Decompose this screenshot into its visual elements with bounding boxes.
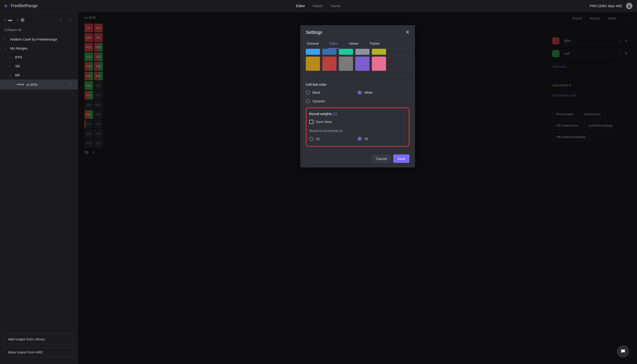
chevron-right-icon: › — [9, 64, 13, 68]
radio-white[interactable]: White — [358, 90, 409, 94]
nav-editor[interactable]: Editor — [296, 4, 305, 8]
nav-viewer[interactable]: Viewer — [312, 4, 323, 8]
new-folder-button[interactable]: +▬ — [4, 16, 13, 23]
color-swatch[interactable] — [355, 49, 369, 55]
radio-dynamic[interactable]: Dynamic — [306, 99, 358, 103]
color-swatch[interactable] — [372, 49, 386, 55]
color-swatch[interactable] — [372, 56, 386, 71]
folder-icon: ▬ — [7, 16, 13, 23]
range-icon — [17, 84, 24, 85]
round-weights-help-link[interactable]: (?) — [333, 112, 337, 116]
increments-label: Round in increments of: — [309, 129, 406, 133]
more-dots-icon[interactable]: ⋮ — [67, 82, 74, 87]
topbar-right: PRO (3381 days left) — [590, 3, 632, 9]
swatch-row-bottom — [306, 55, 409, 71]
color-swatch[interactable] — [306, 49, 320, 55]
color-swatch[interactable] — [339, 56, 353, 71]
chevron-right-icon: › — [4, 38, 8, 41]
round-weights-title: Round weights (?) — [309, 112, 406, 116]
new-range-button[interactable]: +▦ — [17, 16, 26, 23]
checkbox-icon — [309, 120, 313, 124]
tab-editor[interactable]: Editor — [328, 40, 339, 48]
settings-modal: Settings ✕ General Editor Viewer Trainer… — [300, 25, 415, 168]
tab-trainer[interactable]: Trainer — [368, 40, 381, 48]
modal-tabs: General Editor Viewer Trainer — [300, 40, 415, 49]
tab-viewer[interactable]: Viewer — [347, 40, 360, 48]
add-from-library-button[interactable]: Add ranges from Library — [4, 334, 74, 344]
tree-leaf-active[interactable]: vs BTN ⋮ — [0, 80, 78, 90]
collapse-all-link[interactable]: Collapse all — [0, 27, 78, 35]
main: vs BTN Export Import Share ⋮ AAAKsAKoKKA… — [78, 12, 637, 364]
chevron-right-icon: › — [9, 56, 13, 59]
mass-import-button[interactable]: Mass Import from HRC — [4, 347, 74, 357]
cancel-button[interactable]: Cancel — [372, 154, 391, 163]
brand-text: FreeBetRange — [11, 4, 38, 8]
tree: ›Holdem Cash by Freebetrange ⌄My Ranges … — [0, 35, 78, 330]
color-swatch[interactable] — [322, 56, 336, 71]
tree-row[interactable]: ⌄My Ranges — [0, 44, 78, 53]
close-icon[interactable]: ✕ — [405, 29, 409, 35]
chevron-down-icon: ⌄ — [9, 74, 13, 77]
radio-black[interactable]: Black — [306, 90, 358, 94]
grid-icon: ▦ — [19, 16, 26, 23]
sidebar: +▬ +▦ ↑ ↓ Collapse all ›Holdem Cash by F… — [0, 12, 78, 364]
modal-title: Settings — [306, 30, 322, 35]
topnav: Editor Viewer Trainer — [296, 4, 341, 8]
chevron-down-icon: ⌄ — [4, 47, 8, 50]
user-avatar-icon[interactable] — [626, 3, 632, 9]
nav-trainer[interactable]: Trainer — [330, 4, 341, 8]
color-swatch[interactable] — [339, 49, 353, 55]
round-weights-section: Round weights (?) Don't show Round in in… — [306, 108, 409, 146]
swatch-row-top — [306, 49, 409, 55]
modal-backdrop[interactable]: Settings ✕ General Editor Viewer Trainer… — [78, 12, 637, 364]
move-down-icon[interactable]: ↓ — [67, 16, 74, 23]
tree-row[interactable]: ›BTN — [0, 53, 78, 62]
chat-fab-icon[interactable] — [617, 345, 629, 358]
logo[interactable]: ⊩ FreeBetRange — [5, 3, 38, 9]
color-swatch[interactable] — [322, 49, 336, 55]
tree-row[interactable]: ›SB — [0, 62, 78, 70]
topbar: ⊩ FreeBetRange Editor Viewer Trainer PRO… — [0, 0, 637, 12]
tree-row[interactable]: ›Holdem Cash by Freebetrange — [0, 35, 78, 44]
move-up-icon[interactable]: ↑ — [58, 16, 64, 23]
radio-increment-10[interactable]: 10 — [309, 137, 358, 141]
radio-increment-25[interactable]: 25 — [358, 137, 406, 141]
logo-mark-icon: ⊩ — [5, 3, 9, 9]
tree-row[interactable]: ⌄BB — [0, 70, 78, 80]
dont-show-checkbox[interactable]: Don't show — [309, 120, 406, 124]
svg-point-0 — [628, 4, 630, 6]
color-swatch[interactable] — [355, 56, 369, 71]
cell-text-color-title: Cell text color — [306, 82, 409, 86]
color-swatch[interactable] — [306, 56, 320, 71]
tab-general[interactable]: General — [306, 40, 320, 48]
save-button[interactable]: Save — [393, 154, 409, 163]
pro-badge: PRO (3381 days left) — [590, 4, 622, 8]
